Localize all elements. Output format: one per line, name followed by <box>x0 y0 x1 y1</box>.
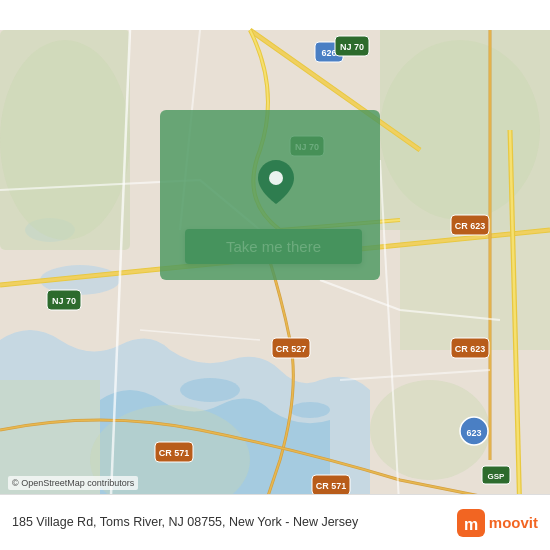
svg-point-4 <box>290 402 330 418</box>
svg-text:m: m <box>464 516 478 533</box>
moovit-brand-text: moovit <box>489 514 538 531</box>
svg-text:CR 571: CR 571 <box>316 481 347 491</box>
svg-point-8 <box>380 40 540 220</box>
moovit-icon: m <box>457 509 485 537</box>
svg-text:CR 571: CR 571 <box>159 448 190 458</box>
svg-text:NJ 70: NJ 70 <box>52 296 76 306</box>
svg-rect-9 <box>400 230 550 350</box>
osm-attribution: © OpenStreetMap contributors <box>8 476 138 490</box>
attribution-text: © OpenStreetMap contributors <box>12 478 134 488</box>
map-container: 626 NJ 70 NJ 70 NJ 70 CR 527 CR 571 CR 5… <box>0 0 550 550</box>
svg-text:CR 527: CR 527 <box>276 344 307 354</box>
svg-text:CR 623: CR 623 <box>455 344 486 354</box>
location-pin <box>258 160 294 204</box>
svg-text:CR 623: CR 623 <box>455 221 486 231</box>
svg-point-6 <box>0 40 130 240</box>
svg-text:NJ 70: NJ 70 <box>340 42 364 52</box>
address-text: 185 Village Rd, Toms River, NJ 08755, Ne… <box>12 514 447 532</box>
bottom-info-bar: 185 Village Rd, Toms River, NJ 08755, Ne… <box>0 494 550 550</box>
svg-text:623: 623 <box>466 428 481 438</box>
svg-text:626: 626 <box>321 48 336 58</box>
svg-point-35 <box>269 171 283 185</box>
moovit-logo: m moovit <box>457 509 538 537</box>
svg-text:GSP: GSP <box>488 472 506 481</box>
svg-point-3 <box>180 378 240 402</box>
